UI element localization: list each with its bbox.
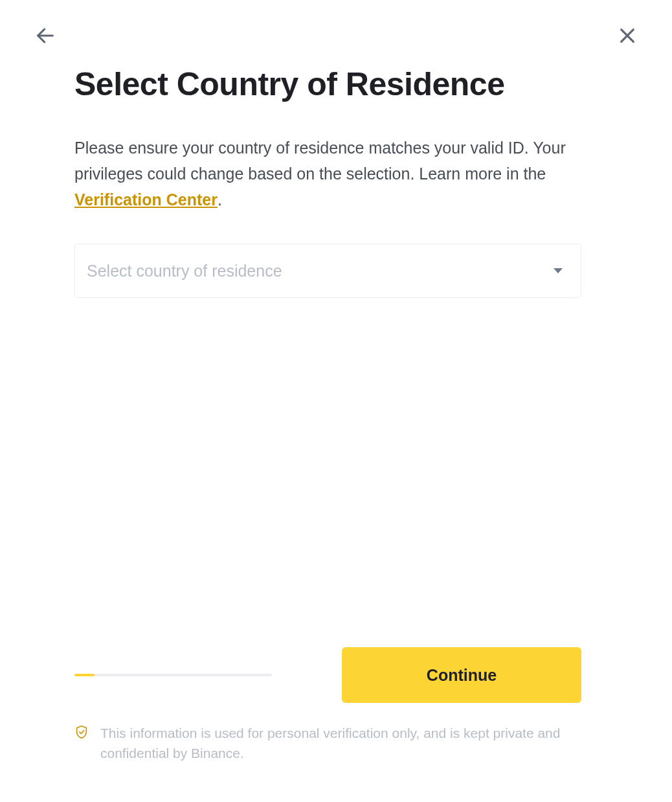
page-description: Please ensure your country of residence …	[74, 135, 581, 212]
progress-fill	[74, 674, 95, 676]
description-text-1: Please ensure your country of residence …	[74, 139, 566, 183]
continue-button[interactable]: Continue	[342, 647, 581, 703]
top-nav	[0, 19, 672, 54]
arrow-left-icon	[34, 25, 56, 49]
disclaimer-row: This information is used for personal ve…	[74, 724, 581, 763]
page-title: Select Country of Residence	[74, 65, 581, 104]
disclaimer-text: This information is used for personal ve…	[100, 724, 581, 763]
verification-center-link[interactable]: Verification Center	[74, 190, 218, 209]
shield-check-icon	[74, 725, 89, 742]
progress-bar	[74, 674, 272, 676]
country-select[interactable]: Select country of residence	[74, 244, 581, 298]
country-select-placeholder: Select country of residence	[87, 262, 282, 281]
caret-down-icon	[554, 268, 563, 273]
close-icon	[617, 25, 638, 48]
main-content: Select Country of Residence Please ensur…	[74, 65, 581, 298]
description-text-2: .	[218, 190, 222, 209]
back-button[interactable]	[29, 19, 62, 54]
close-button[interactable]	[612, 20, 643, 53]
footer: Continue This information is used for pe…	[74, 647, 581, 763]
action-row: Continue	[74, 647, 581, 703]
